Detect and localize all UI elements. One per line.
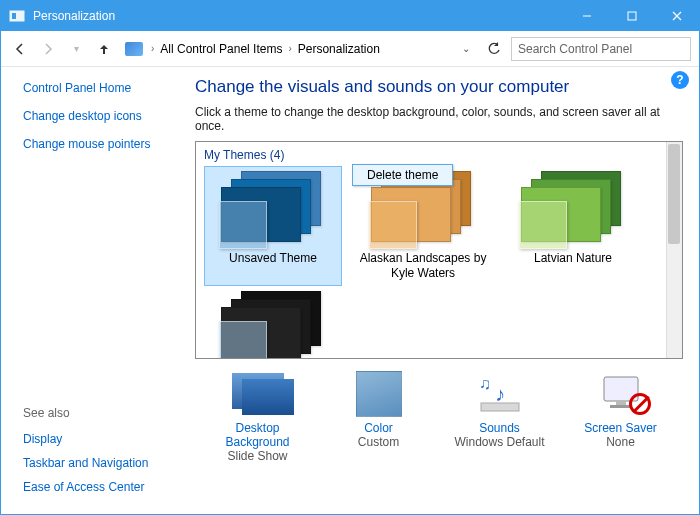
search-placeholder: Search Control Panel [518, 42, 632, 56]
sounds-icon: ♫♪ [468, 371, 532, 417]
color-button[interactable]: Color Custom [324, 371, 434, 463]
svg-rect-10 [616, 401, 626, 405]
back-button[interactable] [9, 38, 31, 60]
forward-button[interactable] [37, 38, 59, 60]
svg-rect-3 [628, 12, 636, 20]
minimize-button[interactable] [564, 1, 609, 31]
screen-saver-button[interactable]: Screen Saver None [566, 371, 676, 463]
breadcrumb-item[interactable]: All Control Panel Items [160, 42, 282, 56]
delete-theme-item[interactable]: Delete theme [367, 168, 438, 182]
see-also-header: See also [23, 406, 181, 420]
refresh-button[interactable] [483, 42, 505, 56]
app-icon [9, 8, 25, 24]
chevron-right-icon: › [151, 43, 154, 54]
section-label: My Themes (4) [204, 148, 658, 162]
taskbar-navigation-link[interactable]: Taskbar and Navigation [23, 456, 181, 470]
breadcrumb-item[interactable]: Personalization [298, 42, 380, 56]
sidebar: Control Panel Home Change desktop icons … [1, 67, 191, 514]
prohibit-icon [629, 393, 651, 415]
display-link[interactable]: Display [23, 432, 181, 446]
main-panel: ? Change the visuals and sounds on your … [191, 67, 699, 514]
theme-item[interactable] [204, 286, 342, 358]
theme-item[interactable]: Latvian Nature [504, 166, 642, 286]
theme-caption: Latvian Nature [534, 251, 612, 279]
themes-list: My Themes (4) Unsaved ThemeAlaskan Lands… [195, 141, 683, 359]
breadcrumb[interactable]: › All Control Panel Items › Personalizat… [121, 42, 449, 56]
screen-saver-icon [589, 371, 653, 417]
page-subtext: Click a theme to change the desktop back… [195, 105, 683, 133]
titlebar: Personalization [1, 1, 699, 31]
chevron-right-icon: › [288, 43, 291, 54]
svg-text:♫: ♫ [479, 375, 491, 392]
color-icon [347, 371, 411, 417]
desktop-background-button[interactable]: Desktop Background Slide Show [203, 371, 313, 463]
up-button[interactable] [93, 38, 115, 60]
svg-rect-1 [12, 13, 16, 19]
change-desktop-icons-link[interactable]: Change desktop icons [23, 109, 181, 123]
context-menu: Delete theme [352, 164, 453, 186]
search-input[interactable]: Search Control Panel [511, 37, 691, 61]
control-panel-icon [125, 42, 143, 56]
recent-dropdown[interactable]: ▾ [65, 38, 87, 60]
window-title: Personalization [33, 9, 564, 23]
control-panel-home-link[interactable]: Control Panel Home [23, 81, 181, 95]
change-mouse-pointers-link[interactable]: Change mouse pointers [23, 137, 181, 151]
ease-of-access-link[interactable]: Ease of Access Center [23, 480, 181, 494]
desktop-background-icon [226, 371, 290, 417]
svg-text:♪: ♪ [495, 383, 505, 405]
help-icon[interactable]: ? [671, 71, 689, 89]
sounds-button[interactable]: ♫♪ Sounds Windows Default [445, 371, 555, 463]
scrollbar[interactable] [666, 142, 682, 358]
maximize-button[interactable] [609, 1, 654, 31]
close-button[interactable] [654, 1, 699, 31]
scrollbar-thumb[interactable] [668, 144, 680, 244]
page-heading: Change the visuals and sounds on your co… [195, 77, 683, 97]
settings-row: Desktop Background Slide Show Color Cust… [195, 371, 683, 463]
toolbar: ▾ › All Control Panel Items › Personaliz… [1, 31, 699, 67]
theme-item[interactable]: Unsaved Theme [204, 166, 342, 286]
svg-rect-8 [481, 403, 519, 411]
theme-caption: Alaskan Landscapes by Kyle Waters [359, 251, 487, 281]
theme-caption: Unsaved Theme [229, 251, 317, 279]
breadcrumb-dropdown[interactable]: ⌄ [455, 38, 477, 60]
